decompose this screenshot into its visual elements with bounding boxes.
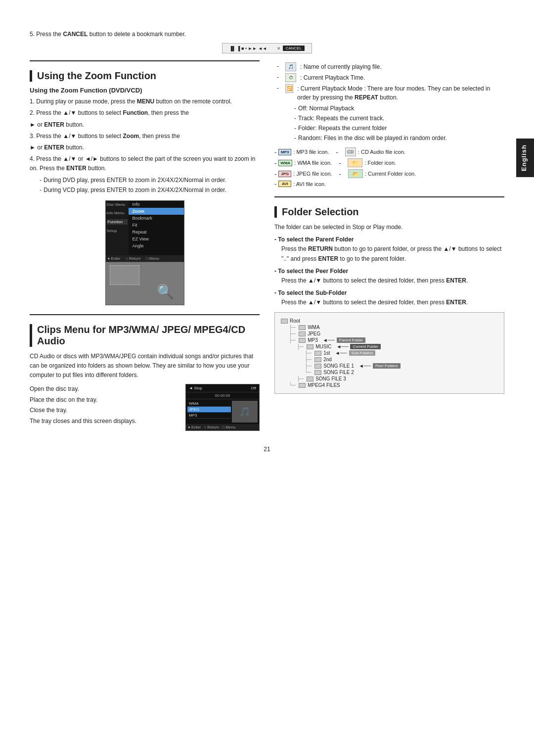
icon-dash-wma: - [274,159,276,167]
tree-current-folder-tag: Current Folder [350,344,381,349]
zoom-step4: 4. Press the ▲/▼ or ◄/► buttons to selec… [30,154,260,173]
tree-1st-label: 1st [323,350,330,356]
tree-mp3: ├─ MP3 ◄── Parent Folder [289,337,498,343]
cur-folder-icon-group: 📂 : Current Folder icon. [348,169,416,178]
zoom-selection-box [110,265,139,285]
icons-section: - 🎵 : Name of currently playing file. - … [274,62,504,142]
icon-mode-text: : Current Playback Mode : There are four… [297,84,504,102]
clips-time: 00:00:00 [186,392,259,399]
repeat-modes-list: Off: Normal Playback Track: Repeats the … [294,104,504,142]
zoom-item-info: Info [129,201,184,208]
icon-time-text: : Current Playback Time. [300,73,365,82]
folder-box-song1 [314,364,321,369]
clips-menu-screenshot: ◄ Stop Off 00:00:00 WMA JPEG MP3 🎵 ● Ent… [185,384,260,431]
icon-dash-jpeg: - [274,170,276,178]
jpeg-icon-group: - JPG : JPEG file icon. [274,170,332,178]
sub-folder-section: - To select the Sub-Folder Press the ▲/▼… [274,289,504,307]
icon-dash-2: - [274,73,281,81]
magnifier-icon: 🔍 [157,284,174,300]
file-icons-section: - MP3 : MP3 file icon. - CD : CD Audio f… [274,147,504,188]
zoom-menu-screenshot: Disc Menu Info Menu Function Setup Info … [105,200,184,262]
tree-wma: ├─ WMA [289,324,498,331]
repeat-folder: Folder: Repeats the current folder [294,124,504,133]
zoom-bullet2: During VCD play, press ENTER to zoom in … [40,186,260,194]
zoom-section-heading: Using the Zoom Function [30,60,260,82]
tree-song2-label: SONG FILE 2 [323,370,354,375]
folder-heading: Folder Selection [274,206,504,218]
zoom-function: Function [107,219,128,225]
tree-peer-folders-tag: Peer Folders [373,363,400,369]
zoom-screenshots-area: Disc Menu Info Menu Function Setup Info … [30,200,260,305]
wma-file-icon: WMA [278,160,292,166]
tree-branch-1st: ├─ [305,350,312,356]
cancel-img-area: ▐▌ ▐ ■ • ►► ◄◄ ✕ CANCEL [30,43,504,53]
icon-dash-1: - [274,62,281,70]
tree-song1-label: SONG FILE 1 [323,363,354,369]
file-icons-row3: - JPG : JPEG file icon. - 📂 : Current Fo… [274,169,504,178]
folder-box-2nd [314,357,321,362]
tree-jpeg: ├─ JPEG [289,331,498,337]
zoom-item-bookmark: Bookmark [129,215,184,222]
tree-parent-folder-tag: Parent Folder [337,337,365,343]
tree-song3-label: SONG FILE 3 [315,376,346,381]
clips-jpeg: JPEG [187,407,231,413]
icon-dash-3: - [274,84,281,92]
avi-file-icon: AVI [278,181,291,187]
icon-name-text: : Name of currently playing file. [300,62,382,71]
wma-icon-group: - WMA : WMA file icon. [274,159,332,167]
clips-heading: Clips Menu for MP3/WMA/ JPEG/ MPEG4/CD A… [30,324,260,347]
tree-branch-song3: ├─ [297,376,304,381]
zoom-bar-menu: □ Menu [146,256,159,261]
tree-mp3-label: MP3 [308,337,318,343]
zoom-item-zoom: Zoom [129,208,184,215]
parent-folder-label: - To select the Parent Folder [274,236,504,243]
clips-thumbnail: 🎵 [232,401,258,423]
tree-root-label: Root [290,318,300,324]
folder-box-mpeg4 [299,383,306,388]
icon-playback-mode: 🔁 [285,84,293,93]
avi-icon-group: - AVI : AVI file icon. [274,180,326,188]
icon-line-time: - ⏱ : Current Playback Time. [274,73,504,82]
jpeg-file-icon: JPG [278,171,291,177]
peer-folder-section: - To select the Peer Folder Press the ▲/… [274,268,504,285]
cancel-icon: ✕ [277,46,281,51]
tree-wma-label: WMA [308,325,319,330]
icon-music-file: 🎵 [285,62,296,71]
clips-content-area: Open the disc tray. Place the disc on th… [30,384,260,431]
folder-icon: 📁 [348,158,362,167]
repeat-off: Off: Normal Playback [294,104,504,113]
icon-separator-3: - [339,170,341,178]
tree-sub-folders-tag: Sub-Folders [349,350,376,356]
cd-icon-label: : CD Audio file icon. [358,149,405,155]
tree-song2: └─ SONG FILE 2 [305,369,498,376]
parent-folder-section: - To select the Parent Folder Press the … [274,236,504,263]
tree-branch-mp3: ├─ [289,337,296,343]
tree-song1: ├─ SONG FILE 1 ◄── Peer Folders [305,363,498,369]
clips-section: Clips Menu for MP3/WMA/ JPEG/ MPEG4/CD A… [30,314,260,347]
folder-intro: The folder can be selected in Stop or Pl… [274,223,504,232]
clips-list-area: WMA JPEG MP3 🎵 [186,399,259,424]
zoom-sub-heading: Using the Zoom Function (DVD/VCD) [30,87,260,94]
clips-bottom-bar: ● Enter ○ Return □ Menu [186,424,259,430]
cancel-button-mock: CANCEL [283,46,305,51]
folder-box-jpeg [299,331,306,336]
current-folder-icon: 📂 [348,169,363,178]
cancel-btn-label: ▐▌ ▐ ■ • ►► ◄◄ [229,46,267,51]
zoom-step3: 3. Press the ▲/▼ buttons to select Zoom,… [30,132,260,141]
cd-audio-icon: CD [345,147,356,156]
cancel-bold: CANCEL [63,31,88,38]
tree-branch-mpeg4: └─ [289,382,296,388]
clips-wma: WMA [187,401,231,407]
icon-playback-time: ⏱ [285,73,296,82]
zoom-dvd-image: 🔍 [105,262,184,305]
tree-arrow-parent: ◄── [323,337,335,343]
avi-icon-label: : AVI file icon. [293,181,326,187]
tree-root: Root [281,318,498,324]
tree-arrow-peer: ◄── [359,363,371,369]
zoom-menu-mockup: Disc Menu Info Menu Function Setup Info … [105,200,184,305]
mp3-icon-group: - MP3 : MP3 file icon. [274,148,329,156]
clips-off-label: Off [251,386,256,390]
folder-box-song2 [314,370,321,375]
tree-1st: ├─ 1st ◄── Sub-Folders [305,350,498,356]
zoom-bar-enter: ● Enter [108,256,121,261]
